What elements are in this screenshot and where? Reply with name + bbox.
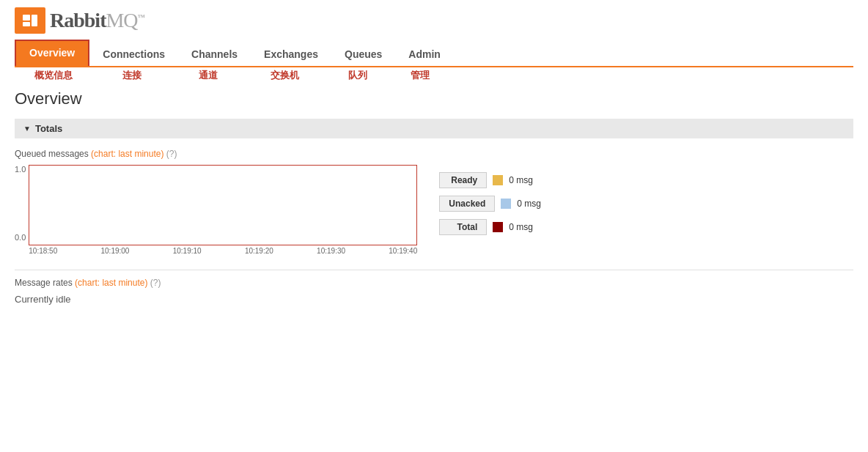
subtitle-exchanges: 交换机 xyxy=(244,69,325,82)
nav-item-exchanges[interactable]: Exchanges xyxy=(251,42,331,66)
legend-color-unacked xyxy=(501,199,511,209)
main-nav: Overview Connections Channels Exchanges … xyxy=(15,40,853,67)
subtitle-channels: 通道 xyxy=(172,69,244,82)
subtitle-queues: 队列 xyxy=(325,69,391,82)
x-label-2: 10:19:10 xyxy=(173,247,202,255)
queued-chart-label: (chart: last minute) xyxy=(91,149,163,159)
message-rates-section: Message rates (chart: last minute) (?) C… xyxy=(15,278,853,305)
totals-section-header[interactable]: ▼ Totals xyxy=(15,119,853,138)
y-min-label: 0.0 xyxy=(15,233,26,242)
chart-box xyxy=(29,165,417,245)
svg-rect-3 xyxy=(32,15,37,26)
page-title: Overview xyxy=(15,89,853,108)
nav-item-overview[interactable]: Overview xyxy=(15,40,89,66)
x-label-5: 10:19:40 xyxy=(389,247,417,255)
x-label-0: 10:18:50 xyxy=(29,247,57,255)
legend-color-ready xyxy=(493,175,503,185)
legend-label-ready: Ready xyxy=(439,172,487,188)
header: RabbitMQ™ Overview Connections Channels … xyxy=(0,0,868,85)
legend-value-total: 0 msg xyxy=(509,222,533,232)
queued-label-text: Queued messages xyxy=(15,149,89,159)
chart-legend: Ready 0 msg Unacked 0 msg Total 0 msg xyxy=(439,165,541,235)
rates-chart-label: (chart: last minute) xyxy=(75,278,147,288)
nav-subtitles: 概览信息 连接 通道 交换机 队列 管理 xyxy=(15,67,853,85)
section-divider xyxy=(15,270,853,270)
logo: RabbitMQ™ xyxy=(15,7,853,34)
legend-row-unacked: Unacked 0 msg xyxy=(439,196,541,212)
queued-messages-label: Queued messages (chart: last minute) (?) xyxy=(15,149,853,159)
x-axis-labels: 10:18:50 10:19:00 10:19:10 10:19:20 10:1… xyxy=(29,247,417,255)
main-content: Overview ▼ Totals Queued messages (chart… xyxy=(0,89,868,319)
queued-help: (?) xyxy=(166,149,177,159)
x-label-4: 10:19:30 xyxy=(317,247,345,255)
legend-color-total xyxy=(493,222,503,232)
svg-rect-1 xyxy=(23,15,30,21)
nav-item-connections[interactable]: Connections xyxy=(89,42,178,66)
nav-item-admin[interactable]: Admin xyxy=(395,42,454,66)
legend-value-unacked: 0 msg xyxy=(517,199,541,209)
y-max-label: 1.0 xyxy=(15,165,26,174)
brand-mq: MQ xyxy=(106,9,137,32)
x-label-3: 10:19:20 xyxy=(245,247,273,255)
logo-text: RabbitMQ™ xyxy=(50,9,144,32)
legend-label-unacked: Unacked xyxy=(439,196,495,212)
brand-rabbit: Rabbit xyxy=(50,9,106,32)
y-axis: 1.0 0.0 xyxy=(15,165,29,255)
nav-item-queues[interactable]: Queues xyxy=(331,42,395,66)
legend-row-ready: Ready 0 msg xyxy=(439,172,541,188)
totals-label: Totals xyxy=(35,123,62,134)
rates-label-text: Message rates xyxy=(15,278,73,288)
queued-messages-section: Queued messages (chart: last minute) (?)… xyxy=(15,149,853,255)
chart-and-legend: 1.0 0.0 10:18:50 10:19:00 10:19:10 10:19… xyxy=(15,165,853,255)
chart-container: 10:18:50 10:19:00 10:19:10 10:19:20 10:1… xyxy=(29,165,417,255)
rates-help: (?) xyxy=(150,278,161,288)
svg-rect-2 xyxy=(23,22,30,26)
x-label-1: 10:19:00 xyxy=(101,247,130,255)
nav-item-channels[interactable]: Channels xyxy=(178,42,251,66)
totals-arrow-icon: ▼ xyxy=(23,125,31,133)
subtitle-overview: 概览信息 xyxy=(15,69,92,82)
legend-row-total: Total 0 msg xyxy=(439,219,541,235)
subtitle-admin: 管理 xyxy=(391,69,449,82)
logo-icon xyxy=(15,7,45,34)
legend-label-total: Total xyxy=(439,219,487,235)
idle-status: Currently idle xyxy=(15,294,853,305)
brand-tm: ™ xyxy=(138,13,144,21)
chart-wrap: 1.0 0.0 10:18:50 10:19:00 10:19:10 10:19… xyxy=(15,165,417,255)
message-rates-label: Message rates (chart: last minute) (?) xyxy=(15,278,853,288)
legend-value-ready: 0 msg xyxy=(509,175,533,185)
subtitle-connections: 连接 xyxy=(92,69,172,82)
